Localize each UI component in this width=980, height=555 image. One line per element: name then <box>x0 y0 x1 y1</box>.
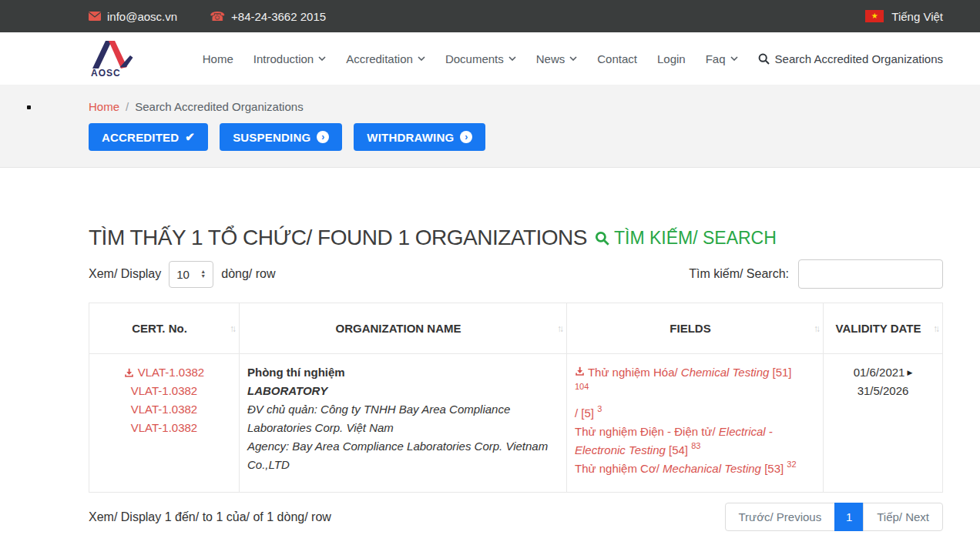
table-footer: Xem/ Display 1 đến/ to 1 của/ of 1 dòng/… <box>89 503 943 531</box>
sort-icon[interactable]: ↑↓ <box>557 323 562 334</box>
vietnam-flag-icon: ★ <box>865 10 884 22</box>
sort-icon[interactable]: ↑↓ <box>933 323 938 334</box>
display-label: Xem/ Display <box>89 267 161 281</box>
nav-item-news[interactable]: News <box>526 52 588 65</box>
svg-text:AOSC: AOSC <box>91 68 121 78</box>
withdrawing-button[interactable]: WITHDRAWING › <box>354 123 485 151</box>
nav-label: Documents <box>445 52 504 65</box>
phone-link[interactable]: ☎ +84-24-3662 2015 <box>210 9 326 24</box>
results-title: TÌM THẤY 1 TỔ CHỨC/ FOUND 1 ORGANIZATION… <box>89 226 587 250</box>
header-fields[interactable]: FIELDS ↑↓ <box>567 303 824 354</box>
field-link-mechanical[interactable]: Thử nghiệm Cơ/ Mechanical Testing [53] 3… <box>575 460 815 478</box>
email-icon <box>89 12 101 21</box>
results-header: TÌM THẤY 1 TỔ CHỨC/ FOUND 1 ORGANIZATION… <box>89 226 943 250</box>
cert-link[interactable]: VLAT-1.0382 <box>97 363 231 382</box>
nav-label: Contact <box>597 52 637 65</box>
field-link-chemical[interactable]: Thử nghiệm Hóa/ Chemical Testing [51] <box>575 363 815 382</box>
field-count: 104 <box>575 382 589 391</box>
table-controls: Xem/ Display 10 ▲ ▼ dòng/ row Tìm kiếm/ … <box>89 259 943 289</box>
cert-number: VLAT-1.0382 <box>131 419 197 437</box>
validity-to: 31/5/2026 <box>831 382 935 400</box>
mouse-cursor <box>27 105 31 109</box>
cert-link[interactable]: VLAT-1.0382 <box>97 400 231 419</box>
nav-item-documents[interactable]: Documents <box>435 52 526 65</box>
language-label: Tiếng Việt <box>891 10 943 23</box>
validity-cell: 01/6/2021▶ 31/5/2026 <box>824 354 943 493</box>
main-content: TÌM THẤY 1 TỔ CHỨC/ FOUND 1 ORGANIZATION… <box>89 226 943 531</box>
status-filter-buttons: ACCREDITED ✔ SUSPENDING › WITHDRAWING › <box>89 123 943 151</box>
sort-icon[interactable]: ↑↓ <box>814 323 818 334</box>
aosc-logo-icon: AOSC <box>89 39 133 78</box>
accredited-button[interactable]: ACCREDITED ✔ <box>89 123 208 151</box>
header-label: VALIDITY DATE <box>836 322 921 335</box>
search-toggle-link[interactable]: TÌM KIẾM/ SEARCH <box>595 228 777 249</box>
language-switcher[interactable]: ★ Tiếng Việt <box>865 10 943 23</box>
field-code: [54] <box>669 443 688 456</box>
nav-item-search-accredited[interactable]: Search Accredited Organizations <box>748 52 943 65</box>
table-search-label: Tìm kiếm/ Search: <box>689 267 789 281</box>
org-name-vi: Phòng thí nghiệm <box>247 363 559 382</box>
validity-to-date: 31/5/2026 <box>858 384 909 397</box>
next-page-button[interactable]: Tiếp/ Next <box>863 503 943 531</box>
breadcrumb-current: Search Accredited Organizations <box>135 100 303 113</box>
arrow-circle-right-icon: › <box>460 131 472 143</box>
pagination: Trước/ Previous 1 Tiếp/ Next <box>725 503 944 531</box>
header-organization-name[interactable]: ORGANIZATION NAME ↑↓ <box>240 303 567 354</box>
table-search-input[interactable] <box>798 259 943 289</box>
breadcrumb-home-link[interactable]: Home <box>89 100 119 113</box>
field-name-vi: / <box>575 406 578 420</box>
aosc-logo[interactable]: AOSC <box>89 39 133 78</box>
cert-number: VLAT-1.0382 <box>131 382 197 400</box>
nav-item-accreditation[interactable]: Accreditation <box>336 52 435 65</box>
cert-link[interactable]: VLAT-1.0382 <box>97 419 231 437</box>
header-label: FIELDS <box>670 322 710 335</box>
cert-number: VLAT-1.0382 <box>138 363 204 382</box>
nav-item-contact[interactable]: Contact <box>587 52 647 65</box>
field-link-5[interactable]: / [5] 3 <box>575 404 815 423</box>
chevron-down-icon <box>730 56 738 61</box>
org-parent: ĐV chủ quản: Công ty TNHH Bay Area Compl… <box>247 400 559 437</box>
field-link-electrical[interactable]: Thử nghiệm Điện - Điện tử/ Electrical - … <box>575 423 815 460</box>
field-sup-line: 104 <box>575 382 815 400</box>
nav-label: Introduction <box>253 52 314 65</box>
validity-from-date: 01/6/2021 <box>854 366 905 379</box>
chevron-down-icon <box>418 56 425 61</box>
field-name-en: Chemical Testing <box>681 366 770 379</box>
nav-item-faq[interactable]: Faq <box>696 52 748 65</box>
breadcrumb-section: Home / Search Accredited Organizations A… <box>0 85 980 168</box>
email-link[interactable]: info@aosc.vn <box>89 10 177 23</box>
suspending-button[interactable]: SUSPENDING › <box>220 123 342 151</box>
field-name-vi: Thử nghiệm Hóa/ <box>588 366 678 379</box>
phone-text: +84-24-3662 2015 <box>231 10 326 23</box>
rows-per-page-select[interactable]: 10 ▲ ▼ <box>169 261 213 288</box>
withdrawing-label: WITHDRAWING <box>367 131 454 144</box>
download-icon[interactable] <box>575 366 585 376</box>
chevron-down-icon <box>569 56 577 61</box>
field-count: 3 <box>597 404 602 413</box>
header-cert-no[interactable]: CERT. No. ↑↓ <box>89 303 240 354</box>
header-label: ORGANIZATION NAME <box>335 322 461 335</box>
field-name-vi: Thử nghiệm Điện - Điện tử/ <box>575 425 716 438</box>
nav-label: Accreditation <box>346 52 413 65</box>
page-1-button[interactable]: 1 <box>834 503 864 531</box>
nav-label: Search Accredited Organizations <box>775 52 943 65</box>
nav-item-login[interactable]: Login <box>647 52 696 65</box>
sort-icon[interactable]: ↑↓ <box>230 323 234 334</box>
org-agency: Agency: Bay Area Compliance Laboratories… <box>247 437 559 474</box>
chevron-down-icon <box>318 56 326 61</box>
arrow-down-icon: ▼ <box>200 274 206 279</box>
download-icon[interactable] <box>124 368 134 378</box>
table-row: VLAT-1.0382 VLAT-1.0382 VLAT-1.0382 VLAT… <box>89 354 943 493</box>
header-validity-date[interactable]: VALIDITY DATE ↑↓ <box>824 303 943 354</box>
breadcrumb: Home / Search Accredited Organizations <box>89 100 943 113</box>
nav-label: Home <box>203 52 233 65</box>
nav-item-introduction[interactable]: Introduction <box>243 52 336 65</box>
cert-link[interactable]: VLAT-1.0382 <box>97 382 231 400</box>
cert-number: VLAT-1.0382 <box>131 400 197 419</box>
nav-label: News <box>536 52 566 65</box>
email-text: info@aosc.vn <box>107 10 177 23</box>
search-icon <box>758 53 770 65</box>
previous-page-button[interactable]: Trước/ Previous <box>725 503 836 531</box>
field-code: [51] <box>773 366 792 379</box>
nav-item-home[interactable]: Home <box>193 52 243 65</box>
